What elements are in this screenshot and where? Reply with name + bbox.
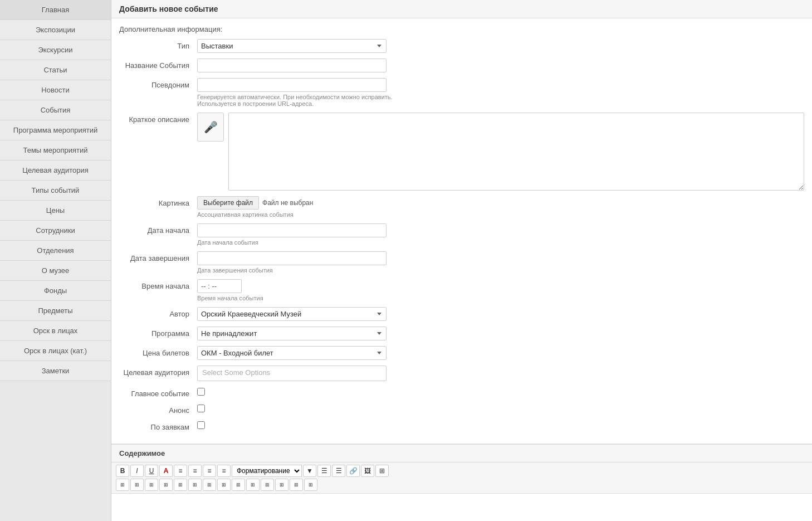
control-anons	[197, 403, 804, 414]
row-tselevaya: Целевая аудитория Select Some Options	[119, 366, 804, 381]
toolbar-tbl-14[interactable]: ⊞	[304, 479, 317, 491]
toolbar-tbl-8[interactable]: ⊞	[217, 479, 231, 491]
main-content: Добавить новое событие Дополнительная ин…	[111, 0, 812, 521]
checkbox-glavnoe[interactable]	[197, 388, 205, 396]
sidebar-item-orsk-litsakh[interactable]: Орск в лицах	[0, 321, 111, 341]
label-anons: Анонс	[119, 403, 197, 415]
sidebar-item-ekskursii[interactable]: Экскурсии	[0, 40, 111, 60]
toolbar-link-btn[interactable]: 🔗	[346, 465, 360, 477]
sidebar-item-otdeleniya[interactable]: Отделения	[0, 241, 111, 261]
toolbar-tbl-7[interactable]: ⊞	[203, 479, 216, 491]
hint-kartinka: Ассоциативная картинка события	[197, 211, 804, 218]
input-data-zaversheniya[interactable]	[197, 251, 387, 265]
editor-area[interactable]	[111, 494, 812, 521]
toolbar-tbl-6[interactable]: ⊞	[188, 479, 202, 491]
control-name	[197, 59, 804, 72]
sidebar-item-tseny[interactable]: Цены	[0, 201, 111, 221]
checkbox-anons[interactable]	[197, 405, 205, 412]
row-vremya-nachala: Время начала Время начала события	[119, 279, 804, 301]
sidebar-item-tselevaya[interactable]: Целевая аудитория	[0, 160, 111, 181]
row-data-nachala: Дата начала Дата начала события	[119, 223, 804, 246]
toolbar-underline-btn[interactable]: U	[145, 465, 158, 477]
sidebar-item-novosti[interactable]: Новости	[0, 80, 111, 100]
sidebar-item-ekspozitsii[interactable]: Экспозиции	[0, 20, 111, 40]
toolbar-color-btn[interactable]: A	[159, 465, 173, 477]
mic-icon: 🎤	[204, 120, 218, 134]
label-po-zayavkam: По заявкам	[119, 420, 197, 431]
control-tselevaya: Select Some Options	[197, 366, 804, 381]
select-tsena[interactable]: ОКМ - Входной билет	[197, 346, 387, 360]
file-choose-button[interactable]: Выберите файл	[197, 196, 259, 210]
content-section-title: Содержимое	[111, 444, 812, 462]
hint-psevdonim: Генерируется автоматически. При необходи…	[197, 94, 804, 107]
hint-data-nachala: Дата начала события	[197, 239, 804, 246]
toolbar-format-arrow-btn[interactable]: ▼	[303, 465, 316, 477]
toolbar-list-ol-btn[interactable]: ☰	[332, 465, 345, 477]
sidebar-item-fondy[interactable]: Фонды	[0, 281, 111, 301]
row-tip: Тип Выставки Лекция Мастер-класс Концерт	[119, 39, 804, 53]
sidebar-item-temy[interactable]: Темы мероприятий	[0, 140, 111, 160]
input-name[interactable]	[197, 59, 387, 72]
control-psevdonim: Генерируется автоматически. При необходи…	[197, 78, 804, 107]
row-name: Название События	[119, 59, 804, 72]
sidebar-item-sobytiya[interactable]: События	[0, 100, 111, 120]
toolbar-align-justify-btn[interactable]: ≡	[217, 465, 231, 477]
control-tsena: ОКМ - Входной билет	[197, 346, 804, 360]
control-vremya-nachala: Время начала события	[197, 279, 804, 301]
control-programma: Не принадлежит	[197, 327, 804, 340]
toolbar-align-center-btn[interactable]: ≡	[188, 465, 202, 477]
sidebar-item-predmety[interactable]: Предметы	[0, 301, 111, 321]
toolbar-row-2: ⊞ ⊞ ⊞ ⊞ ⊞ ⊞ ⊞ ⊞ ⊞ ⊞ ⊞ ⊞ ⊞ ⊞	[116, 479, 808, 491]
toolbar-tbl-3[interactable]: ⊞	[145, 479, 158, 491]
row-psevdonim: Псевдоним Генерируется автоматически. Пр…	[119, 78, 804, 107]
sidebar-item-programma[interactable]: Программа мероприятий	[0, 120, 111, 140]
label-kartinka: Картинка	[119, 196, 197, 207]
select-tip[interactable]: Выставки Лекция Мастер-класс Концерт	[197, 39, 387, 53]
select-programma[interactable]: Не принадлежит	[197, 327, 387, 340]
checkbox-po-zayavkam[interactable]	[197, 421, 205, 429]
file-row: Выберите файл Файл не выбран	[197, 196, 804, 210]
toolbar-tbl-4[interactable]: ⊞	[159, 479, 173, 491]
sidebar-item-tipy[interactable]: Типы событий	[0, 181, 111, 201]
toolbar-italic-btn[interactable]: I	[130, 465, 144, 477]
input-psevdonim[interactable]	[197, 78, 387, 92]
toolbar-tbl-12[interactable]: ⊞	[275, 479, 288, 491]
multiselect-tselevaya[interactable]: Select Some Options	[197, 366, 387, 381]
label-programma: Программа	[119, 327, 197, 338]
row-po-zayavkam: По заявкам	[119, 420, 804, 431]
toolbar-tbl-10[interactable]: ⊞	[246, 479, 260, 491]
toolbar-tbl-2[interactable]: ⊞	[130, 479, 144, 491]
toolbar-align-left-btn[interactable]: ≡	[174, 465, 187, 477]
toolbar-format-select[interactable]: Форматирование	[232, 465, 302, 477]
hint-vremya-nachala: Время начала события	[197, 295, 804, 301]
toolbar-tbl-5[interactable]: ⊞	[174, 479, 187, 491]
input-data-nachala[interactable]	[197, 223, 387, 237]
label-tselevaya: Целевая аудитория	[119, 366, 197, 377]
sidebar: Главная Экспозиции Экскурсии Статьи Ново…	[0, 0, 111, 521]
input-vremya-nachala[interactable]	[197, 279, 242, 293]
toolbar-tbl-9[interactable]: ⊞	[232, 479, 245, 491]
sidebar-item-glavnaya[interactable]: Главная	[0, 0, 111, 20]
toolbar-table-btn[interactable]: ⊞	[375, 465, 389, 477]
toolbar-list-ul-btn[interactable]: ☰	[317, 465, 331, 477]
sidebar-item-o-muzee[interactable]: О музее	[0, 261, 111, 281]
toolbar-align-right-btn[interactable]: ≡	[203, 465, 216, 477]
row-data-zaversheniya: Дата завершения Дата завершения события	[119, 251, 804, 274]
toolbar-row-1: B I U A ≡ ≡ ≡ ≡ Форматирование ▼ ☰ ☰ 🔗 🖼…	[116, 465, 808, 477]
toolbar-bold-btn[interactable]: B	[116, 465, 129, 477]
row-desc: Краткое описание 🎤	[119, 113, 804, 191]
toolbar-image-btn[interactable]: 🖼	[361, 465, 374, 477]
sidebar-item-stati[interactable]: Статьи	[0, 60, 111, 80]
toolbar-tbl-13[interactable]: ⊞	[290, 479, 303, 491]
label-tip: Тип	[119, 39, 197, 50]
control-data-nachala: Дата начала события	[197, 223, 804, 246]
select-avtor[interactable]: Орский Краеведческий Музей	[197, 307, 387, 321]
textarea-desc[interactable]	[228, 113, 804, 191]
mic-button[interactable]: 🎤	[197, 113, 224, 142]
form-section: Дополнительная информация: Тип Выставки …	[111, 18, 812, 444]
toolbar-tbl-11[interactable]: ⊞	[261, 479, 274, 491]
sidebar-item-orsk-kat[interactable]: Орск в лицах (кат.)	[0, 341, 111, 361]
sidebar-item-sotrudniki[interactable]: Сотрудники	[0, 221, 111, 241]
sidebar-item-zametki[interactable]: Заметки	[0, 361, 111, 381]
toolbar-tbl-1[interactable]: ⊞	[116, 479, 129, 491]
